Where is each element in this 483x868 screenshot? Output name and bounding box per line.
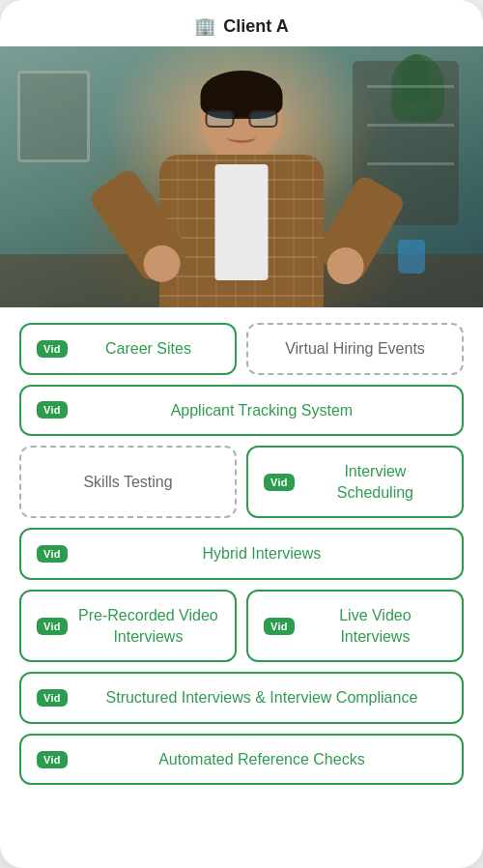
pre-recorded-card[interactable]: Vid Pre-Recorded Video Interviews [19, 590, 237, 662]
hybrid-interviews-card[interactable]: Vid Hybrid Interviews [19, 528, 464, 580]
automated-reference-checks-label: Automated Reference Checks [77, 749, 446, 770]
live-video-label: Live Video Interviews [304, 605, 446, 647]
building-icon: 🏢 [194, 15, 215, 37]
row-6: Vid Structured Interviews & Interview Co… [19, 672, 464, 724]
row-4: Vid Hybrid Interviews [19, 528, 464, 580]
row-5: Vid Pre-Recorded Video Interviews Vid Li… [19, 590, 464, 662]
vid-badge-hybrid: Vid [37, 545, 68, 563]
virtual-hiring-events-label: Virtual Hiring Events [264, 338, 446, 360]
virtual-hiring-events-card[interactable]: Virtual Hiring Events [246, 323, 464, 375]
career-sites-card[interactable]: Vid Career Sites [19, 323, 237, 375]
row-3: Skills Testing Vid Interview Scheduling [19, 446, 464, 518]
row-7: Vid Automated Reference Checks [19, 734, 464, 786]
row-2: Vid Applicant Tracking System [19, 385, 464, 437]
applicant-tracking-system-card[interactable]: Vid Applicant Tracking System [19, 385, 464, 437]
vid-badge-auto-ref: Vid [37, 751, 68, 768]
vid-badge-pre-recorded: Vid [37, 618, 68, 635]
vid-badge-live: Vid [264, 618, 295, 635]
live-video-card[interactable]: Vid Live Video Interviews [246, 590, 464, 662]
row-1: Vid Career Sites Virtual Hiring Events [19, 323, 464, 375]
pre-recorded-label: Pre-Recorded Video Interviews [77, 605, 219, 647]
vid-badge-structured: Vid [37, 689, 68, 707]
structured-interviews-label: Structured Interviews & Interview Compli… [77, 687, 446, 709]
hero-image [0, 46, 483, 307]
skills-testing-card[interactable]: Skills Testing [19, 446, 237, 518]
skills-testing-label: Skills Testing [37, 472, 219, 493]
vid-badge-scheduling: Vid [264, 474, 295, 491]
structured-interviews-card[interactable]: Vid Structured Interviews & Interview Co… [19, 672, 464, 724]
interview-scheduling-label: Interview Scheduling [304, 461, 446, 503]
vid-badge-career-sites: Vid [37, 340, 68, 358]
header: 🏢 Client A [0, 0, 483, 46]
ats-label: Applicant Tracking System [77, 400, 446, 421]
cards-area: Vid Career Sites Virtual Hiring Events V… [0, 307, 483, 814]
vid-badge-ats: Vid [37, 401, 68, 419]
page-title: Client A [223, 16, 288, 37]
interview-scheduling-card[interactable]: Vid Interview Scheduling [246, 446, 464, 518]
career-sites-label: Career Sites [77, 338, 219, 360]
hybrid-interviews-label: Hybrid Interviews [77, 543, 446, 564]
automated-reference-checks-card[interactable]: Vid Automated Reference Checks [19, 734, 464, 786]
phone-container: 🏢 Client A [0, 0, 483, 868]
